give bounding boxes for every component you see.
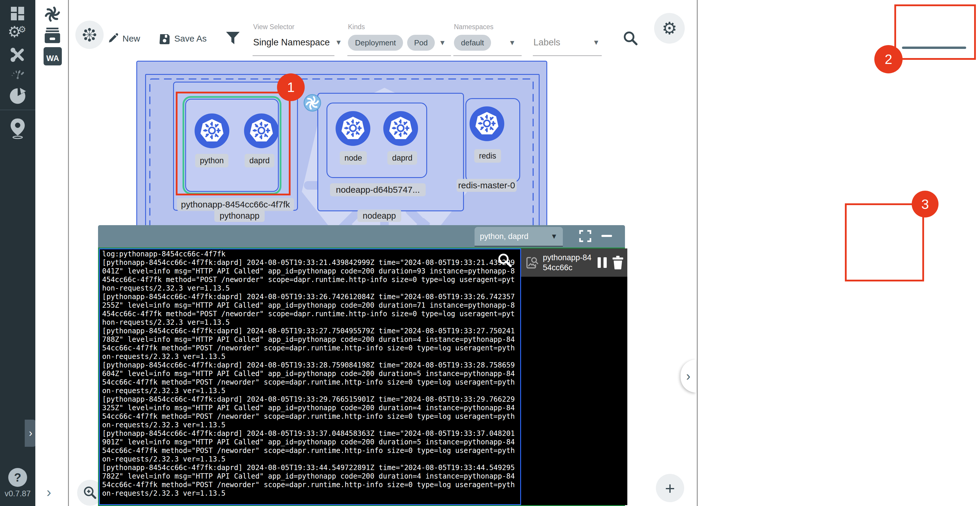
log-line: [pythonapp-8454cc66c-4f7fk:daprd] 2024-0… [102, 464, 519, 498]
log-session-row[interactable]: pythonapp-8454cc66c [521, 249, 627, 277]
performance-gauge-icon[interactable] [10, 68, 26, 80]
right-panel [697, 0, 980, 506]
namespaces-underline [453, 56, 522, 56]
annotation-box-3 [845, 203, 924, 281]
chevron-down-icon: ▼ [439, 38, 446, 47]
annotation-badge-2: 2 [874, 45, 902, 73]
new-button-label: New [123, 34, 140, 44]
trash-icon[interactable] [611, 256, 623, 269]
kind-chip-pod[interactable]: Pod [407, 35, 435, 51]
annotation-box-2 [894, 5, 976, 60]
labels-underline [533, 56, 602, 56]
container-redis-kubernetes-icon[interactable] [469, 106, 504, 141]
configuration-tools-icon[interactable] [10, 46, 26, 63]
log-line: [pythonapp-8454cc66c-4f7fk:daprd] 2024-0… [102, 259, 519, 293]
meshery-spiral-icon[interactable] [43, 5, 62, 24]
terminal-panel: python, daprd ▼ log:pythonapp-8454cc66c-… [98, 225, 625, 506]
view-selector-value: Single Namespace [253, 37, 330, 48]
log-search-icon[interactable] [497, 252, 513, 268]
sidebar-expand-chevron[interactable]: › [25, 420, 37, 447]
deployment-name-label: pythonapp [214, 209, 265, 222]
save-icon [159, 33, 170, 44]
webassembly-filter-icon[interactable]: WA [44, 47, 62, 65]
filter-funnel-icon[interactable] [226, 31, 240, 45]
extensions-pie-icon[interactable] [9, 87, 27, 105]
pod-name-label: nodeapp-d64b5747... [330, 183, 426, 196]
search-icon[interactable] [622, 30, 639, 46]
pod-name-label: pythonapp-8454cc66c-4f7fk [177, 198, 294, 211]
help-icon[interactable]: ? [8, 468, 27, 487]
labels-placeholder: Labels [533, 37, 560, 48]
log-line: [pythonapp-8454cc66c-4f7fk:daprd] 2024-0… [102, 327, 519, 361]
deployment-name-label: nodeapp [357, 209, 401, 222]
pod-redis-box[interactable]: redis [465, 98, 520, 182]
log-line: [pythonapp-8454cc66c-4f7fk:daprd] 2024-0… [102, 361, 519, 395]
view-selector-dropdown[interactable]: Single Namespace ▼ [253, 37, 342, 48]
log-sessions-pane: pythonapp-8454cc66c [521, 249, 627, 505]
namespaces-label: Namespaces [454, 23, 493, 31]
terminal-body: log:pythonapp-8454cc66c-4f7fk [pythonapp… [98, 247, 625, 506]
dashboard-icon[interactable] [10, 6, 25, 21]
labels-select[interactable]: Labels ▼ [533, 37, 600, 48]
cluster-boundary[interactable]: python daprd pythonapp-8454cc66c-4f7fk p… [136, 61, 547, 239]
log-line: [pythonapp-8454cc66c-4f7fk:daprd] 2024-0… [102, 395, 519, 429]
dapr-spiral-badge [304, 94, 321, 112]
add-node-button[interactable]: + [656, 474, 684, 502]
chevron-down-icon: ▼ [593, 38, 600, 46]
log-line: [pythonapp-8454cc66c-4f7fk:daprd] 2024-0… [102, 293, 519, 327]
container-label: daprd [387, 151, 417, 165]
annotation-box-1 [176, 92, 291, 195]
view-selector-label: View Selector [253, 23, 294, 31]
container-node-kubernetes-icon[interactable] [336, 111, 370, 146]
pod-nodeapp-box[interactable]: node daprd [326, 102, 427, 178]
save-as-button-label: Save As [174, 34, 207, 44]
stream-logs-icon [525, 256, 539, 269]
designs-archive-icon[interactable] [44, 27, 61, 44]
container-label: node [340, 151, 367, 165]
fullscreen-icon[interactable] [579, 229, 592, 243]
log-title: log:pythonapp-8454cc66c-4f7fk [102, 250, 519, 259]
mesh-graph-button[interactable] [75, 21, 103, 49]
view-selector-underline [253, 56, 334, 56]
container-selector-value: python, daprd [480, 232, 528, 241]
chevron-down-icon: ▼ [509, 38, 516, 47]
log-line: [pythonapp-8454cc66c-4f7fk:daprd] 2024-0… [102, 429, 519, 464]
container-daprd-kubernetes-icon[interactable] [383, 111, 418, 146]
app-version: v0.7.87 [0, 489, 35, 498]
namespaces-select[interactable]: default ▼ [454, 35, 516, 51]
kinds-label: Kinds [348, 23, 365, 31]
pod-name-label: redis-master-0 [457, 179, 517, 192]
container-selector-dropdown[interactable]: python, daprd ▼ [474, 227, 563, 247]
annotation-badge-1: 1 [277, 73, 305, 101]
terminal-header[interactable]: python, daprd ▼ [98, 225, 625, 247]
save-as-button[interactable]: Save As [159, 33, 207, 44]
pause-icon[interactable] [598, 257, 607, 268]
new-button[interactable]: New [107, 33, 140, 44]
kind-chip-deployment[interactable]: Deployment [348, 35, 403, 51]
minimize-icon[interactable] [601, 235, 612, 237]
kanvas-pin-icon[interactable] [10, 118, 26, 139]
kinds-underline [347, 56, 451, 56]
log-pane[interactable]: log:pythonapp-8454cc66c-4f7fk [pythonapp… [99, 249, 521, 505]
rail-expand-chevron[interactable]: › [46, 484, 51, 500]
sidebar-divider [0, 110, 35, 110]
lifecycle-gears-icon[interactable]: ⚙⚙ [8, 24, 21, 40]
extension-rail: WA › [35, 0, 69, 506]
kinds-select[interactable]: Deployment Pod ▼ [348, 35, 446, 51]
annotation-badge-3: 3 [912, 191, 939, 217]
chevron-down-icon: ▼ [335, 38, 342, 46]
session-name: pythonapp-8454cc66c [543, 252, 593, 273]
right-panel-collapse-chevron[interactable]: › [681, 359, 696, 393]
namespace-chip-default[interactable]: default [454, 35, 491, 51]
left-sidebar: ⚙⚙ › ? v0.7.87 [0, 0, 35, 506]
deployment-nodeapp[interactable]: node daprd nodeapp-d64b5747... [317, 93, 464, 211]
settings-gear-button[interactable]: ⚙ [654, 13, 685, 44]
container-label: redis [474, 149, 501, 163]
pencil-icon [107, 33, 118, 44]
chevron-down-icon: ▼ [550, 232, 558, 241]
